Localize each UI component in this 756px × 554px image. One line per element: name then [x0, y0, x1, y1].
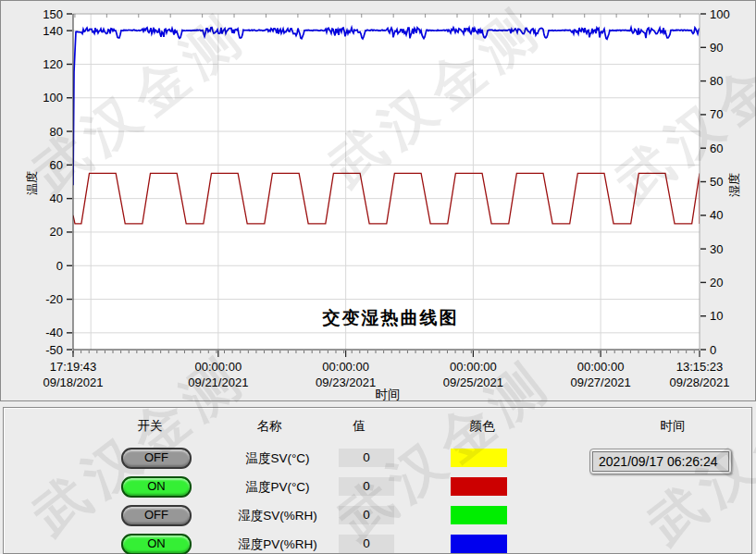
svg-text:150: 150 [43, 7, 63, 21]
svg-text:60: 60 [50, 158, 63, 172]
svg-text:20: 20 [710, 276, 723, 289]
svg-text:0: 0 [56, 259, 63, 273]
channel-name: 温度PV(°C) [222, 479, 333, 496]
svg-text:0: 0 [710, 343, 716, 357]
channel-name: 湿度SV(%RH) [222, 508, 333, 524]
app-window: { "watermark": { "text": "武汉金测" }, "char… [0, 0, 756, 554]
svg-text:00:00:00: 00:00:00 [577, 360, 625, 374]
svg-text:100: 100 [43, 91, 63, 105]
header-value: 值 [353, 418, 366, 435]
channel-value: 0 [339, 477, 394, 496]
channel-color-swatch[interactable] [451, 449, 507, 467]
svg-text:湿度: 湿度 [727, 173, 741, 197]
header-name: 名称 [257, 418, 282, 435]
channel-value: 0 [339, 535, 394, 553]
time-display: 2021/09/17 06:26:24 [589, 449, 732, 474]
channel-color-swatch[interactable] [451, 506, 507, 524]
svg-text:09/28/2021: 09/28/2021 [669, 375, 729, 389]
svg-text:09/27/2021: 09/27/2021 [571, 375, 631, 389]
svg-text:20: 20 [50, 225, 63, 239]
svg-text:30: 30 [710, 242, 723, 256]
control-panel: 开关 名称 值 颜色 时间 OFF温度SV(°C)0ON温度PV(°C)0OFF… [3, 407, 752, 554]
svg-text:40: 40 [710, 208, 723, 222]
svg-text:-20: -20 [45, 292, 63, 306]
svg-text:时间: 时间 [376, 388, 401, 400]
svg-text:80: 80 [50, 125, 63, 139]
trend-chart[interactable]: 150140120100806040200-20-40-501009080706… [1, 1, 755, 400]
channel-name: 湿度PV(%RH) [222, 536, 333, 553]
svg-text:17:19:43: 17:19:43 [50, 360, 97, 374]
header-switch: 开关 [138, 418, 163, 435]
channel-value: 0 [339, 449, 394, 467]
svg-text:70: 70 [710, 107, 723, 121]
channel-name: 温度SV(°C) [222, 450, 333, 467]
svg-text:90: 90 [710, 41, 723, 55]
svg-text:120: 120 [43, 57, 63, 71]
svg-text:80: 80 [710, 74, 723, 88]
chart-panel: 150140120100806040200-20-40-501009080706… [0, 0, 756, 401]
svg-text:10: 10 [710, 309, 723, 323]
time-display-value: 2021/09/17 06:26:24 [592, 451, 729, 472]
svg-text:100: 100 [710, 7, 730, 21]
svg-text:13:15:23: 13:15:23 [676, 360, 724, 374]
svg-text:09/23/2021: 09/23/2021 [316, 375, 376, 389]
header-time: 时间 [661, 418, 686, 435]
channel-color-swatch[interactable] [451, 477, 507, 496]
svg-text:09/21/2021: 09/21/2021 [188, 375, 248, 389]
svg-text:00:00:00: 00:00:00 [322, 360, 369, 374]
svg-text:40: 40 [50, 191, 63, 205]
svg-text:50: 50 [710, 175, 723, 189]
svg-text:00:00:00: 00:00:00 [450, 360, 497, 374]
svg-text:温度: 温度 [25, 171, 39, 195]
svg-text:60: 60 [710, 142, 723, 155]
svg-text:交变湿热曲线图: 交变湿热曲线图 [322, 308, 459, 327]
svg-text:-40: -40 [45, 326, 63, 339]
channel-color-swatch[interactable] [451, 535, 507, 553]
toggle-1[interactable]: OFF [121, 448, 192, 469]
svg-text:00:00:00: 00:00:00 [195, 360, 242, 374]
svg-text:140: 140 [43, 24, 63, 38]
toggle-3[interactable]: OFF [121, 505, 192, 526]
toggle-4[interactable]: ON [121, 534, 192, 554]
toggle-2[interactable]: ON [121, 476, 192, 498]
header-color: 颜色 [470, 418, 495, 435]
svg-text:09/18/2021: 09/18/2021 [43, 375, 103, 389]
svg-text:-50: -50 [45, 343, 63, 357]
svg-text:09/25/2021: 09/25/2021 [443, 375, 503, 389]
channel-value: 0 [339, 506, 394, 524]
